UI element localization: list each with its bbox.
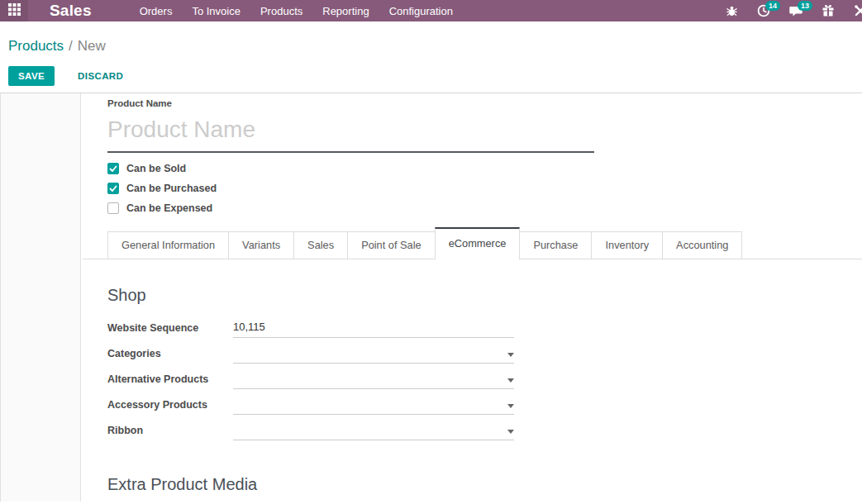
alternative-products-input[interactable] bbox=[233, 369, 514, 388]
caret-down-icon[interactable] bbox=[507, 404, 514, 408]
tab-inventory[interactable]: Inventory bbox=[591, 231, 663, 259]
alternative-products-field bbox=[233, 369, 514, 389]
can-be-expensed-row: Can be Expensed bbox=[107, 202, 862, 214]
categories-input[interactable] bbox=[233, 344, 514, 363]
menu-products[interactable]: Products bbox=[260, 5, 302, 17]
can-be-sold-label: Can be Sold bbox=[126, 163, 186, 174]
support-tools-icon[interactable] bbox=[853, 0, 862, 21]
menu-configuration[interactable]: Configuration bbox=[389, 5, 453, 17]
check-icon bbox=[109, 161, 117, 176]
product-name-label: Product Name bbox=[107, 98, 862, 108]
app-menus: Orders To Invoice Products Reporting Con… bbox=[140, 5, 453, 17]
breadcrumb-products-link[interactable]: Products bbox=[8, 38, 64, 54]
messages-chat-icon[interactable]: 13 bbox=[788, 0, 803, 21]
caret-down-icon[interactable] bbox=[507, 378, 514, 383]
menu-orders[interactable]: Orders bbox=[140, 5, 173, 17]
ribbon-row: Ribbon bbox=[107, 421, 862, 440]
tab-ecommerce[interactable]: eCommerce bbox=[435, 227, 521, 259]
breadcrumb-separator: / bbox=[69, 38, 73, 54]
website-sequence-input[interactable] bbox=[233, 318, 514, 337]
activities-badge: 14 bbox=[765, 1, 780, 11]
form-view: Product Name Can be Sold bbox=[0, 93, 862, 502]
website-sequence-label: Website Sequence bbox=[107, 322, 233, 338]
shop-section-title: Shop bbox=[107, 286, 862, 305]
breadcrumb-current: New bbox=[78, 38, 106, 54]
can-be-sold-row: Can be Sold bbox=[107, 163, 862, 174]
can-be-sold-checkbox[interactable] bbox=[107, 163, 119, 174]
caret-down-icon[interactable] bbox=[507, 430, 514, 434]
tab-bar: General Information Variants Sales Point… bbox=[83, 227, 862, 259]
tab-variants[interactable]: Variants bbox=[228, 231, 294, 259]
extra-product-media-title: Extra Product Media bbox=[107, 475, 862, 494]
control-panel-buttons: SAVE DISCARD bbox=[8, 66, 854, 93]
form-sheet: Product Name Can be Sold bbox=[80, 93, 862, 502]
notebook: General Information Variants Sales Point… bbox=[83, 227, 862, 259]
product-name-input[interactable] bbox=[107, 108, 594, 153]
accessory-products-label: Accessory Products bbox=[107, 399, 233, 415]
can-be-expensed-checkbox[interactable] bbox=[107, 202, 119, 214]
apps-grid-icon bbox=[8, 3, 21, 18]
categories-label: Categories bbox=[107, 348, 233, 364]
sheet-left-margin bbox=[1, 93, 80, 502]
ribbon-field bbox=[233, 421, 514, 440]
gift-icon[interactable] bbox=[821, 0, 836, 21]
breadcrumb: Products/New bbox=[8, 38, 854, 55]
alternative-products-row: Alternative Products bbox=[107, 369, 862, 389]
tab-point-of-sale[interactable]: Point of Sale bbox=[347, 231, 436, 259]
activities-clock-icon[interactable]: 14 bbox=[756, 0, 771, 21]
extra-product-media-section: Extra Product Media ADD A MEDIA bbox=[107, 475, 862, 504]
messages-badge: 13 bbox=[798, 1, 812, 11]
can-be-purchased-row: Can be Purchased bbox=[107, 183, 862, 194]
ecommerce-tab-page: Shop Website Sequence Categories Altern bbox=[107, 259, 862, 504]
can-be-purchased-label: Can be Purchased bbox=[126, 183, 217, 194]
alternative-products-label: Alternative Products bbox=[107, 373, 233, 389]
control-panel: Products/New SAVE DISCARD bbox=[0, 21, 862, 93]
ribbon-input[interactable] bbox=[233, 421, 514, 440]
categories-field bbox=[233, 344, 514, 364]
app-name[interactable]: Sales bbox=[50, 2, 92, 20]
can-be-expensed-label: Can be Expensed bbox=[126, 202, 212, 214]
discard-button[interactable]: DISCARD bbox=[68, 66, 133, 86]
website-sequence-field bbox=[233, 318, 514, 338]
caret-down-icon[interactable] bbox=[507, 353, 514, 357]
top-navbar: Sales Orders To Invoice Products Reporti… bbox=[0, 0, 862, 21]
accessory-products-row: Accessory Products bbox=[107, 395, 862, 415]
menu-to-invoice[interactable]: To Invoice bbox=[192, 5, 241, 17]
tab-general-information[interactable]: General Information bbox=[107, 231, 229, 259]
debug-bug-icon[interactable] bbox=[724, 0, 739, 21]
tab-purchase[interactable]: Purchase bbox=[519, 231, 592, 259]
accessory-products-input[interactable] bbox=[233, 395, 514, 414]
accessory-products-field bbox=[233, 395, 514, 415]
product-flags: Can be Sold Can be Purchased Can be Expe… bbox=[107, 163, 862, 214]
save-button[interactable]: SAVE bbox=[8, 66, 55, 86]
systray: 14 13 bbox=[724, 0, 862, 21]
apps-menu-button[interactable] bbox=[0, 0, 28, 21]
check-icon bbox=[109, 181, 117, 196]
tab-accounting[interactable]: Accounting bbox=[662, 231, 742, 259]
can-be-purchased-checkbox[interactable] bbox=[107, 183, 119, 194]
ribbon-label: Ribbon bbox=[107, 425, 233, 440]
website-sequence-row: Website Sequence bbox=[107, 318, 862, 338]
categories-row: Categories bbox=[107, 344, 862, 364]
tab-sales[interactable]: Sales bbox=[293, 231, 348, 259]
odoo-window: Sales Orders To Invoice Products Reporti… bbox=[0, 0, 862, 504]
menu-reporting[interactable]: Reporting bbox=[322, 5, 369, 17]
